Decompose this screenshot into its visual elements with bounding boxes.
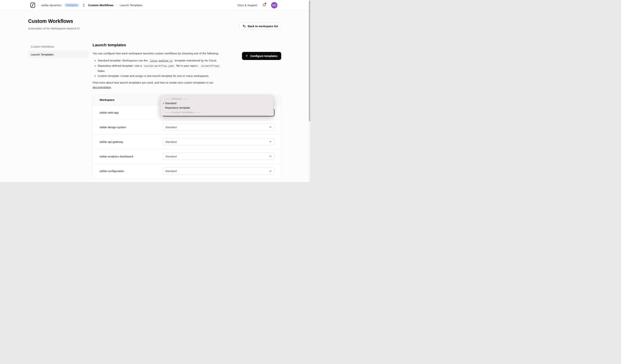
find-more-text: Find more about how launch templates are… bbox=[93, 80, 223, 90]
return-arrow-icon bbox=[242, 24, 246, 28]
scrollbar-thumb[interactable] bbox=[309, 0, 310, 122]
assign-template-cell: Standard bbox=[162, 153, 281, 160]
template-select[interactable]: Standard bbox=[162, 168, 275, 175]
chevron-down-icon bbox=[269, 126, 272, 128]
workspace-name: stellar-web-app bbox=[93, 111, 162, 114]
vertical-scrollbar[interactable] bbox=[309, 0, 310, 182]
plus-icon: + bbox=[246, 54, 248, 58]
breadcrumb: / stellar-dynamics Enterprise Custom Wor… bbox=[30, 2, 142, 8]
template-select[interactable]: Standard bbox=[162, 138, 275, 145]
list-item: Custom template: Create and assign a new… bbox=[98, 74, 223, 78]
table-row: stellar-web-app Standard —— Defaults —— … bbox=[93, 105, 281, 120]
table-row: stellar-api-gateway Standard bbox=[93, 135, 281, 149]
dropdown-separator-defaults: —— Defaults —— bbox=[160, 96, 273, 101]
assign-template-cell: Standard bbox=[162, 138, 281, 145]
code-chip-workflows-folder: .nx/workflows bbox=[198, 64, 221, 68]
breadcrumb-org[interactable]: stellar-dynamics bbox=[41, 3, 62, 7]
template-select[interactable]: Standard bbox=[162, 124, 275, 131]
assign-template-cell: Standard bbox=[162, 124, 281, 131]
back-to-workspace-list-button[interactable]: Back to workspace list bbox=[239, 22, 281, 30]
breadcrumb-page[interactable]: Launch Templates bbox=[120, 3, 142, 7]
documentation-link[interactable]: documentation bbox=[93, 86, 111, 89]
template-dropdown-menu: —— Defaults —— ✓ Standard Repository tem… bbox=[160, 95, 273, 116]
dropdown-option-repository-template[interactable]: Repository template bbox=[160, 106, 273, 110]
table-row: stellar-analytics-dashboard Standard bbox=[93, 149, 281, 164]
table-row: stellar-design-system Standard bbox=[93, 120, 281, 135]
sidebar-item-custom-workflows[interactable]: Custom Workflows bbox=[28, 43, 88, 50]
top-bar: / stellar-dynamics Enterprise Custom Wor… bbox=[0, 0, 310, 11]
chevron-down-icon bbox=[269, 156, 272, 157]
chevron-down-icon bbox=[269, 170, 272, 172]
nx-cloud-logo-icon[interactable] bbox=[30, 2, 35, 8]
workspace-template-table: Workspace Assign Template stellar-web-ap… bbox=[93, 95, 281, 179]
configure-templates-button[interactable]: + Configure templates bbox=[242, 52, 281, 60]
breadcrumb-section[interactable]: Custom Workflows bbox=[88, 3, 114, 7]
column-header-workspace: Workspace bbox=[93, 98, 162, 101]
page-head: Custom Workflows Automation of Nx Worksp… bbox=[28, 18, 80, 30]
notification-dot bbox=[265, 3, 266, 4]
avatar[interactable]: NO bbox=[271, 2, 277, 8]
template-options-list: Standard template: Workspaces use the li… bbox=[93, 58, 223, 78]
launch-templates-section: Launch templates You can configure how e… bbox=[93, 43, 281, 179]
chevron-down-icon bbox=[269, 141, 272, 142]
breadcrumb-separator: / bbox=[116, 3, 117, 7]
breadcrumb-separator: / bbox=[38, 3, 39, 7]
workspace-name: stellar-analytics-dashboard bbox=[93, 155, 162, 158]
workspace-switcher-icon[interactable] bbox=[82, 3, 85, 7]
notification-bell-icon[interactable] bbox=[262, 3, 266, 7]
assign-template-cell: Standard —— Defaults —— ✓ Standard Repos… bbox=[162, 109, 281, 116]
configure-button-label: Configure templates bbox=[250, 54, 277, 58]
table-row: stellar-configuration Standard bbox=[93, 164, 281, 178]
code-chip-template-name[interactable]: linux-medium-js bbox=[149, 59, 174, 63]
assign-template-cell: Standard bbox=[162, 168, 281, 175]
settings-side-nav: Custom Workflows Launch Templates bbox=[28, 43, 88, 179]
sidebar-item-launch-templates[interactable]: Launch Templates bbox=[28, 51, 88, 58]
list-item: Standard template: Workspaces use the li… bbox=[98, 58, 223, 63]
workspace-name: stellar-configuration bbox=[93, 169, 162, 173]
workspace-name: stellar-design-system bbox=[93, 126, 162, 129]
code-chip-yaml-file: custom-workflow.yaml bbox=[142, 64, 175, 68]
page-title: Custom Workflows bbox=[28, 18, 80, 24]
dropdown-option-standard[interactable]: ✓ Standard bbox=[160, 101, 273, 106]
app-root: / stellar-dynamics Enterprise Custom Wor… bbox=[0, 0, 310, 182]
template-select[interactable]: Standard bbox=[162, 153, 275, 160]
workspace-name: stellar-api-gateway bbox=[93, 140, 162, 143]
page-subtitle: Automation of Nx Workspaces beyond CI. bbox=[28, 27, 80, 30]
section-heading: Launch templates bbox=[93, 43, 281, 47]
section-intro: You can configure how each workspace lau… bbox=[93, 51, 223, 56]
back-button-label: Back to workspace list bbox=[248, 25, 278, 28]
enterprise-badge: Enterprise bbox=[64, 3, 79, 7]
list-item: Repository-defined template: Use a custo… bbox=[98, 63, 223, 73]
top-bar-actions: Docs & Support NO bbox=[238, 2, 277, 8]
check-icon: ✓ bbox=[163, 101, 165, 106]
docs-support-link[interactable]: Docs & Support bbox=[238, 3, 257, 7]
dropdown-separator-custom-templates: —— Custom templates —— bbox=[160, 110, 273, 114]
